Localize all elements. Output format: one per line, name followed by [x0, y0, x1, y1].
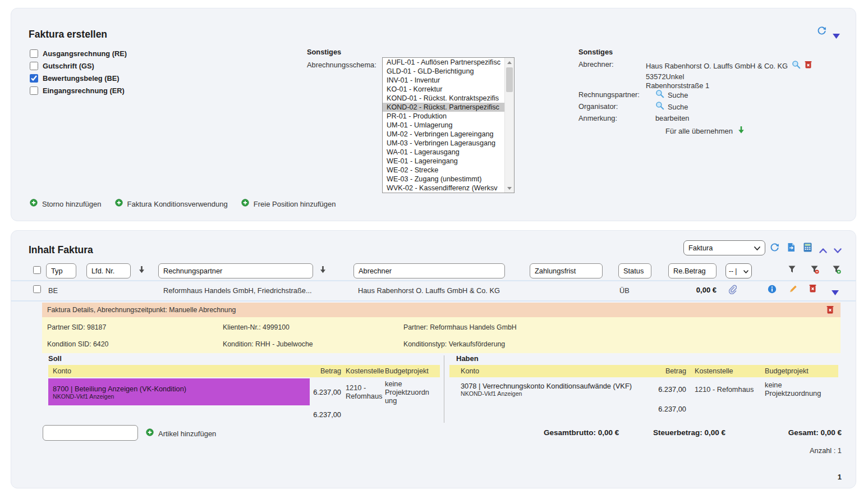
- detail-kondition-sid: Kondition SID: 6420: [47, 340, 108, 348]
- schema-option[interactable]: WE-01 - Lagereingang: [383, 157, 514, 166]
- anmerkung-bearbeiten-link[interactable]: bearbeiten: [655, 114, 689, 122]
- page-number[interactable]: 1: [786, 473, 842, 481]
- haben-kostenstelle: 1210 - Refomhaus: [686, 385, 754, 394]
- checkbox-ausgangsrechnung[interactable]: [30, 49, 38, 58]
- filter-typ-input[interactable]: [46, 263, 76, 278]
- schema-option[interactable]: KO-01 - Korrektur: [383, 85, 514, 94]
- details-band: Faktura Details, Abrechnungszeitpunkt: M…: [42, 303, 841, 317]
- delete-row-icon[interactable]: [809, 284, 816, 295]
- filter-lfdnr-input[interactable]: [86, 263, 131, 278]
- search-icon[interactable]: [655, 89, 664, 100]
- filter-remove-icon[interactable]: [810, 265, 819, 276]
- schema-option[interactable]: PR-01 - Produktion: [383, 112, 514, 121]
- row-abrechner: Haus Rabenhorst O. Lauffs GmbH & Co. KG: [358, 286, 500, 295]
- refresh-icon[interactable]: [770, 243, 779, 254]
- checkbox-bewertungsbeleg[interactable]: [30, 74, 38, 83]
- abrechner-value-block: Haus Rabenhorst O. Lauffs GmbH & Co. KG …: [646, 60, 848, 90]
- soll-haben-divider: [444, 355, 444, 423]
- haben-konto: 3078 | Verrechnungskonto Konditionsaufwä…: [461, 382, 653, 390]
- soll-konto-cell[interactable]: 8700 | Beteiliung Anzeigen (VK-Kondition…: [48, 378, 310, 405]
- abrechnungsschema-listbox[interactable]: AUFL-01 - Auflösen Partnerspezifisc GLD-…: [382, 57, 515, 193]
- schema-option[interactable]: GLD-01 - GLD-Berichtigung: [383, 67, 514, 76]
- checkbox-gutschrift[interactable]: [30, 62, 38, 70]
- sort-down-icon[interactable]: [320, 266, 326, 276]
- plus-circle-icon: [30, 199, 38, 209]
- export-document-icon[interactable]: [787, 243, 796, 254]
- row-rechnungspartner: Reformhaus Handels GmbH, Friedrichstraße…: [163, 286, 312, 295]
- scroll-down-icon[interactable]: [505, 184, 514, 193]
- delete-abrechner-icon[interactable]: [805, 61, 812, 71]
- add-storno-action[interactable]: Storno hinzufügen: [30, 199, 102, 209]
- soll-row[interactable]: 8700 | Beteiliung Anzeigen (VK-Kondition…: [48, 378, 440, 405]
- filter-add-icon[interactable]: [832, 265, 841, 276]
- faktura-konditionsverwendung-action[interactable]: Faktura Konditionsverwendung: [115, 199, 228, 209]
- filter-zahlungsfrist-input[interactable]: [530, 263, 603, 278]
- add-free-position-action[interactable]: Freie Position hinzufügen: [241, 199, 336, 209]
- apply-all-action[interactable]: Für alle übernehmen: [665, 126, 745, 136]
- action-label: Storno hinzufügen: [42, 200, 102, 208]
- plus-circle-icon: [146, 428, 154, 438]
- schema-option[interactable]: UM-02 - Verbringen Lagereingang: [383, 130, 514, 139]
- schema-option[interactable]: UM-01 - Umlagerung: [383, 121, 514, 130]
- filter-abrechner-input[interactable]: [353, 263, 505, 278]
- add-artikel-action[interactable]: Artikel hinzufügen: [146, 428, 216, 438]
- info-icon[interactable]: [768, 285, 777, 296]
- select-all-checkbox[interactable]: [33, 266, 41, 274]
- checkbox-eingangsrechnung[interactable]: [30, 86, 38, 95]
- schema-option[interactable]: WA-01 - Lagerausgang: [383, 148, 514, 157]
- details-fields: Partner SID: 98187 Klienten-Nr.: 4999100…: [42, 317, 841, 353]
- checkbox-row-gutschrift: Gutschrift (GS): [30, 62, 94, 70]
- col-header-kostenstelle: Kostenstelle: [686, 367, 754, 375]
- schema-option[interactable]: WVK-02 - Kassendifferenz (Werksv: [383, 184, 514, 193]
- delete-details-icon[interactable]: [826, 305, 834, 316]
- filter-icon[interactable]: [788, 265, 796, 276]
- detail-kondition: Kondition: RHH - Jubelwoche: [223, 340, 313, 348]
- haben-header: Konto Betrag Kostenstelle Budgetprojekt: [449, 365, 838, 377]
- organisator-suche-link[interactable]: Suche: [668, 103, 688, 111]
- collapse-panel-icon[interactable]: [833, 31, 840, 41]
- listbox-scrollbar[interactable]: [504, 58, 514, 193]
- search-icon[interactable]: [655, 101, 664, 112]
- col-header-kostenstelle: Kostenstelle: [341, 367, 384, 375]
- detail-klienten-nr: Klienten-Nr.: 4999100: [223, 323, 290, 331]
- artikel-input[interactable]: [43, 425, 138, 441]
- filter-rebetrag-input[interactable]: [668, 263, 717, 278]
- row-checkbox[interactable]: [33, 285, 41, 293]
- col-header-budgetprojekt: Budgetprojekt: [754, 367, 838, 375]
- expand-row-icon[interactable]: [832, 287, 839, 298]
- scroll-up-icon[interactable]: [505, 58, 514, 67]
- attachment-icon[interactable]: [727, 284, 737, 296]
- view-select[interactable]: Faktura: [683, 240, 765, 255]
- filter-mini-select[interactable]: -- |: [725, 263, 752, 278]
- refresh-icon[interactable]: [817, 26, 826, 38]
- chevron-down-icon: [754, 244, 760, 252]
- haben-row[interactable]: 3078 | Verrechnungskonto Konditionsaufwä…: [449, 378, 838, 400]
- col-header-konto: Konto: [48, 367, 310, 375]
- detail-konditionstyp: Konditionstyp: Verkaufsförderung: [403, 340, 505, 348]
- sort-down-icon[interactable]: [139, 266, 145, 276]
- schema-option[interactable]: UM-03 - Verbringen Lagerausgang: [383, 139, 514, 148]
- organisator-search[interactable]: Suche: [655, 101, 688, 112]
- schema-option[interactable]: AUFL-01 - Auflösen Partnerspezifisc: [383, 58, 514, 67]
- add-artikel-label: Artikel hinzufügen: [158, 430, 216, 438]
- chevron-down-icon[interactable]: [834, 245, 842, 255]
- filter-status-input[interactable]: [618, 263, 651, 278]
- search-icon[interactable]: [792, 60, 801, 71]
- abrechnungsschema-label: Abrechnungsschema:: [307, 61, 376, 69]
- checkbox-label: Eingangsrechnung (ER): [43, 86, 125, 95]
- checkbox-label: Gutschrift (GS): [43, 62, 94, 70]
- rechnungspartner-suche-link[interactable]: Suche: [668, 91, 688, 99]
- schema-option[interactable]: KOND-01 - Rückst. Kontraktspezifis: [383, 94, 514, 103]
- total-gesamt: Gesamt: 0,00 €: [729, 428, 842, 437]
- edit-pencil-icon[interactable]: [788, 284, 797, 295]
- rechnungspartner-search[interactable]: Suche: [655, 89, 688, 100]
- schema-option[interactable]: WE-03 - Zugang (unbestimmt): [383, 175, 514, 184]
- schema-option-selected[interactable]: KOND-02 - Rückst. Partnerspezifisc: [383, 103, 514, 112]
- calculator-icon[interactable]: [803, 243, 812, 254]
- filter-rechnungspartner-input[interactable]: [158, 263, 313, 278]
- schema-option[interactable]: INV-01 - Inventur: [383, 76, 514, 85]
- scrollbar-thumb[interactable]: [506, 67, 513, 92]
- chevron-up-icon[interactable]: [819, 245, 827, 255]
- soll-betrag: 6.237,00: [310, 388, 341, 396]
- schema-option[interactable]: WE-02 - Strecke: [383, 166, 514, 175]
